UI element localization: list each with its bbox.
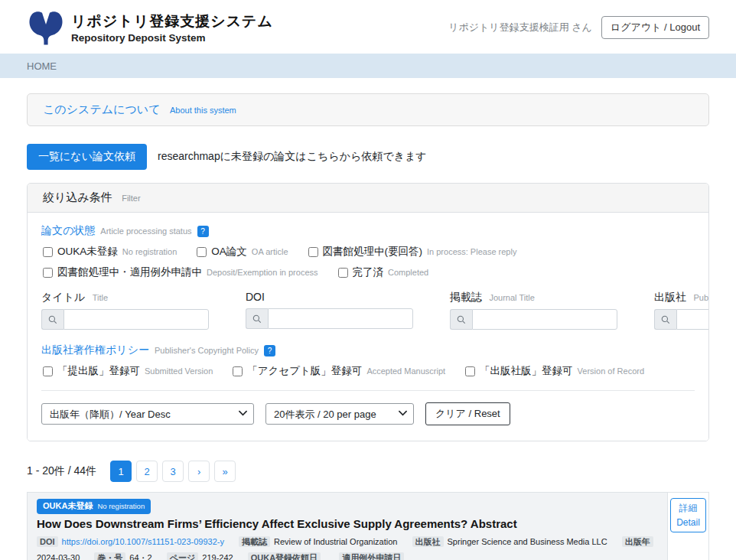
page-next-button[interactable]: › — [188, 461, 210, 482]
volume-issue-label: 巻・号 — [94, 552, 125, 560]
field-doi: DOI — [246, 290, 413, 330]
checkbox-label-ja: 「出版社版」登録可 — [480, 364, 573, 378]
publisher-value: Springer Science and Business Media LLC — [448, 537, 607, 546]
filter-panel: 絞り込み条件 Filter 論文の状態 Article processing s… — [27, 183, 709, 441]
checkbox-label-en: Submitted Version — [145, 366, 213, 376]
main-navbar: HOME — [0, 54, 736, 78]
doi-label: DOI — [37, 536, 58, 547]
filter-panel-header: 絞り込み条件 Filter — [28, 184, 708, 213]
page-button-1[interactable]: 1 — [110, 461, 132, 482]
university-ginkgo-logo-icon — [27, 8, 65, 47]
request-note-text: researchmapに未登録の論文はこちらから依頼できます — [158, 150, 427, 164]
brand-block: リポジトリ登録支援システム Repository Deposit System — [71, 11, 273, 44]
field-publisher-label-en: Publisher — [693, 293, 709, 302]
reset-button[interactable]: クリア / Reset — [425, 402, 510, 425]
checkbox-ouka-not-registered[interactable]: OUKA未登録 No registration — [43, 245, 177, 259]
sort-select[interactable]: 出版年（降順）/ Year Desc — [41, 403, 254, 425]
result-item: OUKA未登録 No registration How Does Downstr… — [27, 492, 709, 560]
page-button-3[interactable]: 3 — [162, 461, 184, 482]
field-title-label-ja: タイトル — [41, 291, 85, 303]
volume-issue-value: 64・2 — [129, 553, 151, 560]
checkbox-label-en: Completed — [388, 268, 428, 277]
checkbox-accepted-manuscript[interactable]: 「アクセプト版」登録可 Accepted Manuscript — [233, 364, 445, 378]
journal-search-input[interactable] — [472, 309, 617, 330]
logout-button[interactable]: ログアウト / Logout — [601, 16, 709, 39]
checkbox-oa-article[interactable]: OA論文 OA article — [197, 245, 288, 259]
policy-section-label-ja: 出版社著作権ポリシー — [41, 343, 149, 357]
title-search-input[interactable] — [64, 309, 209, 330]
doi-search-input[interactable] — [268, 308, 413, 329]
checkbox-accepted-manuscript-input[interactable] — [233, 366, 243, 376]
policy-help-icon[interactable]: ? — [264, 345, 275, 357]
policy-section-label-en: Publisher's Copyright Policy — [155, 346, 259, 355]
year-label: 出版年 — [622, 536, 653, 547]
status-section-label-ja: 論文の状態 — [41, 224, 95, 238]
field-publisher-label-ja: 出版社 — [654, 291, 686, 303]
nav-home-link[interactable]: HOME — [27, 60, 57, 72]
status-badge: OUKA未登録 No registration — [37, 499, 151, 514]
checkbox-submitted-version[interactable]: 「提出版」登録可 Submitted Version — [43, 364, 213, 378]
field-journal: 掲載誌 Journal Title — [450, 290, 617, 330]
field-journal-label-en: Journal Title — [489, 293, 534, 302]
status-help-icon[interactable]: ? — [197, 226, 209, 237]
exemption-date-label: 適用例外申請日 — [339, 552, 404, 560]
detail-button-ja: 詳細 — [679, 503, 698, 513]
field-title: タイトル Title — [41, 290, 209, 330]
publisher-label: 出版社 — [412, 536, 444, 547]
field-journal-label-ja: 掲載誌 — [450, 291, 482, 303]
article-metadata: DOIhttps://doi.org/10.1007/s11151-023-09… — [37, 534, 658, 560]
checkbox-label-ja: 「アクセプト版」登録可 — [247, 364, 362, 378]
publisher-search-input[interactable] — [676, 309, 709, 330]
about-system-banner: このシステムについて About this system — [27, 93, 709, 126]
checkbox-in-process-reply-input[interactable] — [308, 247, 318, 257]
detail-button[interactable]: 詳細Detail — [670, 498, 706, 532]
app-title-en: Repository Deposit System — [71, 32, 273, 44]
checkbox-label-ja: 図書館処理中(要回答) — [323, 245, 423, 259]
detail-button-en: Detail — [676, 517, 700, 528]
about-system-link[interactable]: このシステムについて — [43, 103, 161, 116]
checkbox-label-ja: OUKA未登録 — [57, 245, 118, 259]
field-title-label-en: Title — [93, 293, 108, 302]
checkbox-submitted-version-input[interactable] — [43, 366, 53, 376]
checkbox-completed[interactable]: 完了済 Completed — [338, 265, 429, 279]
checkbox-deposit-exemption-input[interactable] — [43, 268, 53, 278]
status-badge-ja: OUKA未登録 — [43, 500, 93, 512]
field-doi-label: DOI — [246, 291, 265, 303]
checkbox-version-of-record[interactable]: 「出版社版」登録可 Version of Record — [465, 364, 644, 378]
status-badge-en: No registration — [97, 502, 145, 510]
field-publisher: 出版社 Publisher — [654, 290, 709, 330]
page-button-2[interactable]: 2 — [136, 461, 158, 482]
checkbox-label-ja: OA論文 — [211, 245, 247, 259]
logged-in-user-name: リポジトリ登録支援検証用 さん — [448, 21, 592, 34]
per-page-select[interactable]: 20件表示 / 20 per page — [265, 403, 414, 425]
checkbox-label-ja: 「提出版」登録可 — [57, 364, 140, 378]
checkbox-ouka-not-registered-input[interactable] — [43, 247, 53, 257]
app-title-ja: リポジトリ登録支援システム — [71, 11, 273, 31]
checkbox-oa-article-input[interactable] — [197, 247, 207, 257]
pages-value: 219-242 — [202, 553, 233, 560]
result-count-summary: 1 - 20件 / 44件 — [27, 464, 96, 478]
filter-title-en: Filter — [122, 194, 140, 203]
app-header: リポジトリ登録支援システム Repository Deposit System … — [0, 0, 736, 54]
checkbox-in-process-reply[interactable]: 図書館処理中(要回答) In process: Please reply — [308, 245, 517, 259]
pages-label: ページ — [167, 552, 199, 560]
article-title: How Does Downstream Firms’ Efficiency Af… — [37, 517, 658, 530]
journal-label: 掲載誌 — [239, 536, 270, 547]
request-unlisted-article-button[interactable]: 一覧にない論文依頼 — [27, 144, 147, 170]
about-system-link-en: About this system — [170, 106, 236, 115]
search-icon — [41, 309, 64, 330]
checkbox-completed-input[interactable] — [338, 268, 348, 278]
page-last-button[interactable]: » — [214, 461, 236, 482]
filter-title-ja: 絞り込み条件 — [43, 190, 112, 203]
year-value: 2024-03-30 — [37, 553, 80, 560]
status-section-label-en: Article processing status — [100, 226, 191, 236]
doi-link[interactable]: https://doi.org/10.1007/s11151-023-09932… — [62, 537, 224, 546]
search-icon — [450, 309, 472, 330]
checkbox-label-en: In process: Please reply — [427, 247, 516, 256]
checkbox-label-en: Deposit/Exemption in process — [207, 268, 318, 277]
search-icon — [654, 309, 676, 330]
checkbox-label-en: Version of Record — [578, 366, 644, 376]
checkbox-label-ja: 完了済 — [353, 265, 384, 279]
checkbox-deposit-exemption-in-process[interactable]: 図書館処理中・適用例外申請中 Deposit/Exemption in proc… — [43, 265, 318, 279]
checkbox-version-of-record-input[interactable] — [465, 366, 475, 376]
